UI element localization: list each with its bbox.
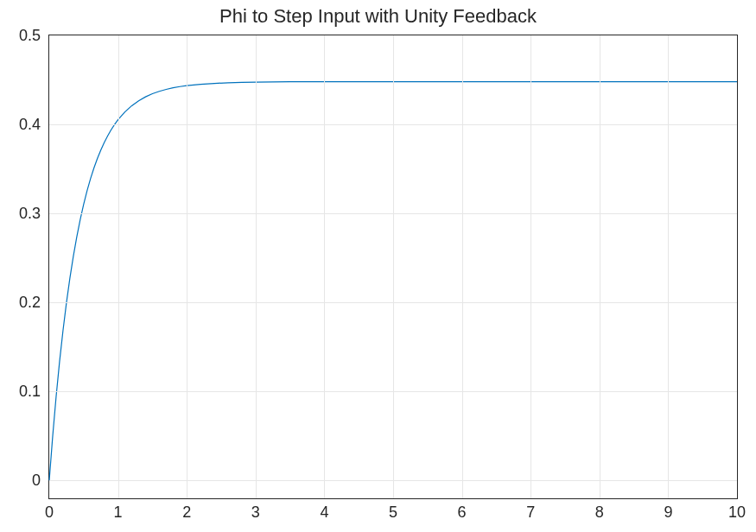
x-tick-label: 8 xyxy=(595,498,604,522)
chart-container: Phi to Step Input with Unity Feedback 01… xyxy=(0,0,756,532)
x-tick-label: 1 xyxy=(114,498,123,522)
y-tick-label: 0.5 xyxy=(19,27,49,45)
grid-v xyxy=(600,35,600,498)
x-tick-label: 6 xyxy=(458,498,467,522)
x-tick-label: 10 xyxy=(728,498,746,522)
x-tick-label: 5 xyxy=(389,498,397,522)
grid-v xyxy=(256,35,257,498)
x-tick-label: 2 xyxy=(182,498,191,522)
y-tick-label: 0.3 xyxy=(19,205,49,223)
grid-v xyxy=(324,35,325,498)
x-tick-label: 4 xyxy=(320,498,328,522)
grid-h xyxy=(49,391,737,392)
y-tick-label: 0.2 xyxy=(19,294,49,312)
x-tick-label: 7 xyxy=(526,498,535,522)
grid-h xyxy=(49,213,737,214)
y-tick-label: 0.1 xyxy=(19,383,49,401)
grid-v xyxy=(187,35,187,498)
grid-v xyxy=(530,35,531,498)
grid-h xyxy=(49,480,737,481)
grid-v xyxy=(668,35,669,498)
x-tick-label: 3 xyxy=(251,498,260,522)
y-tick-label: 0 xyxy=(32,472,49,490)
chart-title: Phi to Step Input with Unity Feedback xyxy=(0,5,756,28)
grid-v xyxy=(118,35,119,498)
grid-v xyxy=(462,35,463,498)
x-tick-label: 0 xyxy=(45,498,54,522)
y-tick-label: 0.4 xyxy=(19,116,49,134)
grid-h xyxy=(49,124,737,125)
grid-h xyxy=(49,302,737,303)
plot-area: 01234567891000.10.20.30.40.5 xyxy=(48,35,738,499)
x-tick-label: 9 xyxy=(664,498,672,522)
grid-v xyxy=(393,35,394,498)
